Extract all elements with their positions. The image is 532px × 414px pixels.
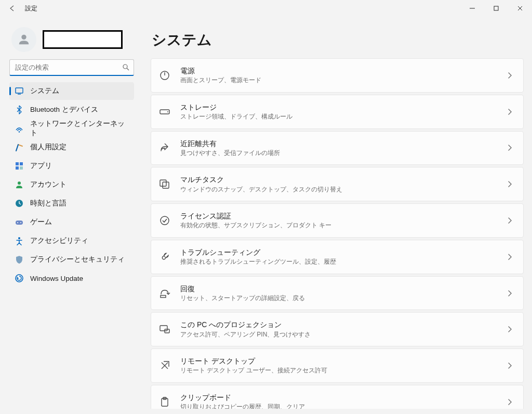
wrench-icon <box>158 251 171 263</box>
nav-list: システム Bluetooth とデバイス ネットワークとインターネット 個人用設… <box>9 82 134 287</box>
main-content: システム 電源 画面とスリープ、電源モード ストレージ ストレージ領域、ドライブ… <box>139 22 527 409</box>
card-subtitle: 見つけやすさ、受信ファイルの場所 <box>180 149 496 158</box>
nav-item-system[interactable]: システム <box>9 82 134 100</box>
nav-item-account[interactable]: アカウント <box>9 176 134 193</box>
nav-item-accessibility[interactable]: アクセシビリティ <box>9 232 134 250</box>
card-title: ストレージ <box>180 102 496 112</box>
card-recovery[interactable]: 回復 リセット、スタートアップの詳細設定、戻る <box>151 276 524 310</box>
card-list: 電源 画面とスリープ、電源モード ストレージ ストレージ領域、ドライブ、構成ルー… <box>151 58 524 409</box>
accessibility-icon <box>15 236 24 245</box>
card-power[interactable]: 電源 画面とスリープ、電源モード <box>151 58 524 93</box>
nav-label: 時刻と言語 <box>30 199 66 208</box>
nav-label: Bluetooth とデバイス <box>30 105 98 114</box>
storage-icon <box>158 106 171 118</box>
chevron-right-icon <box>506 216 514 225</box>
back-button[interactable] <box>7 3 18 14</box>
clock-icon <box>15 199 24 208</box>
nav-item-privacy[interactable]: プライバシーとセキュリティ <box>9 251 134 268</box>
recovery-icon <box>158 287 171 300</box>
card-text: この PC へのプロジェクション アクセス許可、ペアリング PIN、見つけやすさ <box>180 320 496 339</box>
card-storage[interactable]: ストレージ ストレージ領域、ドライブ、構成ルール <box>151 95 524 129</box>
power-icon <box>158 69 171 82</box>
card-subtitle: 切り取りおよびコピーの履歴、同期、クリア <box>180 403 496 409</box>
nav-label: アプリ <box>30 161 52 171</box>
page-title: システム <box>152 30 524 50</box>
apps-icon <box>15 161 24 171</box>
card-title: トラブルシューティング <box>180 248 496 257</box>
check-icon <box>158 214 171 227</box>
avatar <box>11 27 36 52</box>
card-text: 近距離共有 見つけやすさ、受信ファイルの場所 <box>180 139 496 158</box>
card-subtitle: リセット、スタートアップの詳細設定、戻る <box>180 294 496 303</box>
sidebar: システム Bluetooth とデバイス ネットワークとインターネット 個人用設… <box>4 22 139 409</box>
titlebar: 設定 <box>0 0 532 17</box>
chevron-right-icon <box>506 71 514 80</box>
card-multitask[interactable]: マルチタスク ウィンドウのスナップ、デスクトップ、タスクの切り替え <box>151 167 524 201</box>
card-activation[interactable]: ライセンス認証 有効化の状態、サブスクリプション、プロダクト キー <box>151 203 524 238</box>
bluetooth-icon <box>15 105 24 114</box>
svg-point-28 <box>21 35 26 40</box>
card-title: 近距離共有 <box>180 139 496 148</box>
card-projection[interactable]: この PC へのプロジェクション アクセス許可、ペアリング PIN、見つけやすさ <box>151 312 524 346</box>
card-title: ライセンス認証 <box>180 211 496 221</box>
card-title: クリップボード <box>180 393 496 402</box>
nav-item-network[interactable]: ネットワークとインターネット <box>9 120 134 137</box>
nav-label: Windows Update <box>30 275 83 282</box>
gamepad-icon <box>15 217 24 227</box>
card-text: リモート デスクトップ リモート デスクトップ ユーザー、接続アクセス許可 <box>180 356 496 375</box>
multitask-icon <box>158 178 171 190</box>
chevron-right-icon <box>506 107 514 117</box>
card-subtitle: ストレージ領域、ドライブ、構成ルール <box>180 113 496 121</box>
card-subtitle: アクセス許可、ペアリング PIN、見つけやすさ <box>180 331 496 339</box>
card-title: この PC へのプロジェクション <box>180 320 496 329</box>
chevron-right-icon <box>506 325 514 334</box>
nav-item-game[interactable]: ゲーム <box>9 213 134 231</box>
shield-icon <box>15 255 24 264</box>
maximize-button[interactable] <box>484 0 508 17</box>
card-text: マルチタスク ウィンドウのスナップ、デスクトップ、タスクの切り替え <box>180 175 496 193</box>
card-text: 回復 リセット、スタートアップの詳細設定、戻る <box>180 284 496 303</box>
nav-label: ゲーム <box>30 217 52 227</box>
brush-icon <box>15 143 24 152</box>
card-subtitle: 有効化の状態、サブスクリプション、プロダクト キー <box>180 222 496 230</box>
card-subtitle: ウィンドウのスナップ、デスクトップ、タスクの切り替え <box>180 186 496 194</box>
projection-icon <box>158 323 171 335</box>
card-clipboard[interactable]: クリップボード 切り取りおよびコピーの履歴、同期、クリア <box>151 385 524 409</box>
card-remote-desktop[interactable]: リモート デスクトップ リモート デスクトップ ユーザー、接続アクセス許可 <box>151 348 524 383</box>
close-button[interactable] <box>508 0 532 17</box>
card-subtitle: 推奨されるトラブルシューティングツール、設定、履歴 <box>180 258 496 266</box>
remote-icon <box>158 359 171 372</box>
search-box[interactable] <box>9 59 134 76</box>
card-subtitle: 画面とスリープ、電源モード <box>180 76 496 85</box>
chevron-right-icon <box>506 397 514 407</box>
card-title: リモート デスクトップ <box>180 356 496 366</box>
card-text: 電源 画面とスリープ、電源モード <box>180 66 496 85</box>
card-text: ライセンス認証 有効化の状態、サブスクリプション、プロダクト キー <box>180 211 496 230</box>
nav-label: プライバシーとセキュリティ <box>30 255 125 264</box>
window-controls <box>460 0 532 17</box>
chevron-right-icon <box>506 361 514 370</box>
nav-label: アクセシビリティ <box>30 236 88 245</box>
search-icon <box>122 63 130 71</box>
nav-label: 個人用設定 <box>30 143 66 152</box>
system-icon <box>15 86 24 96</box>
chevron-right-icon <box>506 252 514 262</box>
minimize-button[interactable] <box>460 0 484 17</box>
nav-item-update[interactable]: Windows Update <box>9 269 134 287</box>
card-title: マルチタスク <box>180 175 496 184</box>
search-input[interactable] <box>9 59 134 76</box>
chevron-right-icon <box>506 179 514 189</box>
chevron-right-icon <box>506 143 514 152</box>
card-subtitle: リモート デスクトップ ユーザー、接続アクセス許可 <box>180 367 496 375</box>
wifi-icon <box>15 124 24 133</box>
nav-item-personalization[interactable]: 個人用設定 <box>9 138 134 156</box>
nav-item-bluetooth[interactable]: Bluetooth とデバイス <box>9 101 134 119</box>
nav-label: アカウント <box>30 180 66 189</box>
card-text: ストレージ ストレージ領域、ドライブ、構成ルール <box>180 102 496 121</box>
card-troubleshoot[interactable]: トラブルシューティング 推奨されるトラブルシューティングツール、設定、履歴 <box>151 240 524 274</box>
card-text: トラブルシューティング 推奨されるトラブルシューティングツール、設定、履歴 <box>180 248 496 266</box>
card-nearby-share[interactable]: 近距離共有 見つけやすさ、受信ファイルの場所 <box>151 131 524 165</box>
nav-item-apps[interactable]: アプリ <box>9 157 134 175</box>
user-header[interactable] <box>9 25 134 58</box>
nav-item-time[interactable]: 時刻と言語 <box>9 195 134 212</box>
